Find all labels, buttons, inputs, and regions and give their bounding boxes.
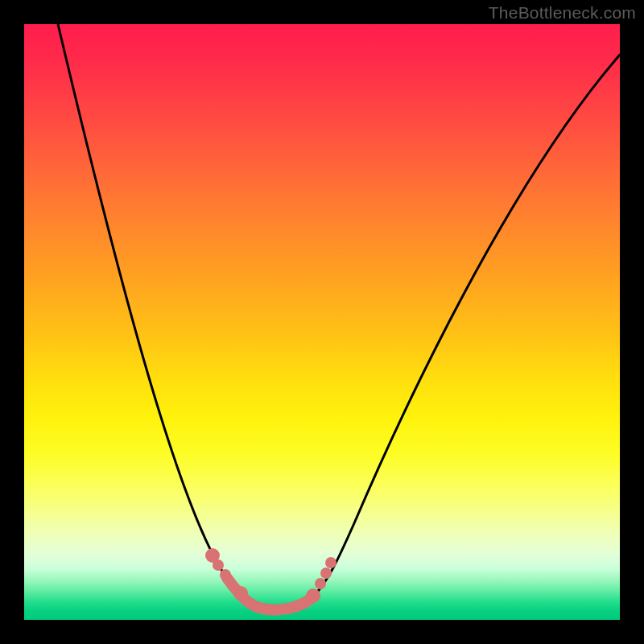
curve-layer [24,24,620,620]
marker-dot [213,559,224,571]
marker-dot [306,588,320,603]
marker-dot [233,586,248,601]
plot-area [24,24,620,620]
marker-dot [320,568,332,579]
bottleneck-curve [58,24,620,609]
chart-frame: TheBottleneck.com [0,0,644,644]
marker-dot [220,569,231,580]
marker-dot [325,557,336,568]
marker-dot [315,578,326,589]
watermark-text: TheBottleneck.com [489,3,636,23]
